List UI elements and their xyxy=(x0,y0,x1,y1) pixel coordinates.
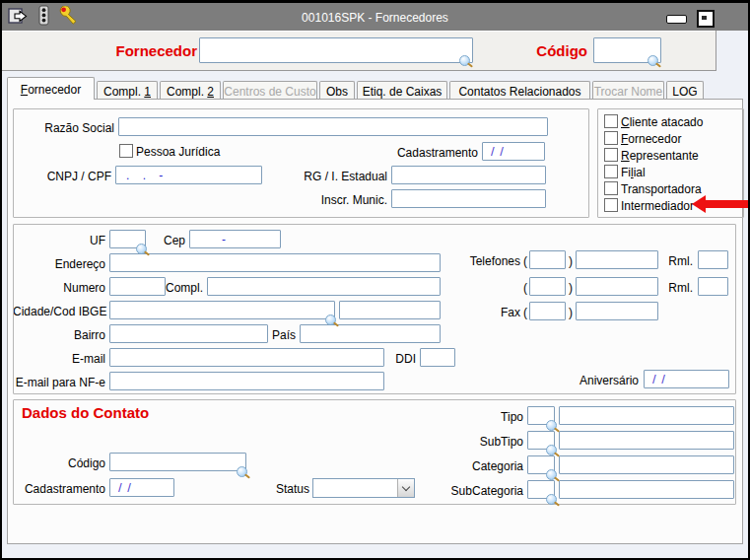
filial-label: Filial xyxy=(621,166,646,179)
tab-compl-1[interactable]: Compl. 1 xyxy=(97,81,158,99)
minimize-button[interactable] xyxy=(666,15,687,24)
fornecedor-lookup-magnifier-icon[interactable] xyxy=(459,55,470,66)
identification-groupbox xyxy=(13,108,589,218)
codigo-lookup-magnifier-icon[interactable] xyxy=(648,55,658,66)
categoria-lookup-magnifier-icon[interactable] xyxy=(546,469,557,480)
transportadora-checkbox[interactable] xyxy=(604,181,618,195)
filial-checkbox[interactable] xyxy=(604,165,618,178)
contato-codigo-lookup-magnifier-icon[interactable] xyxy=(237,466,247,477)
cliente-atacado-label: Cliente atacado xyxy=(621,115,703,129)
wrench-icon[interactable] xyxy=(59,6,79,25)
cliente-atacado-checkbox[interactable] xyxy=(604,114,618,128)
tab-log[interactable]: LOG xyxy=(666,81,704,99)
tab-etiq-de-caixas[interactable]: Etiq. de Caixas xyxy=(357,81,447,99)
maximize-button[interactable] xyxy=(697,10,715,28)
tab-obs[interactable]: Obs xyxy=(319,81,355,99)
window-title: 001016SPK - Fornecedores xyxy=(2,11,748,25)
cidade-lookup-magnifier-icon[interactable] xyxy=(325,315,336,325)
transportadora-label: Transportadora xyxy=(621,182,702,196)
title-bar: 001016SPK - Fornecedores xyxy=(2,3,748,31)
contato-groupbox xyxy=(13,399,736,505)
traffic-light-icon[interactable] xyxy=(37,5,50,26)
tab-centros-de-custo: Centros de Custo xyxy=(223,81,317,99)
intermediador-checkbox[interactable] xyxy=(604,198,618,212)
fornecedor-search-input[interactable] xyxy=(199,37,473,63)
uf-lookup-magnifier-icon[interactable] xyxy=(136,244,147,254)
fornecedor-checkbox[interactable] xyxy=(604,131,618,145)
subtipo-lookup-magnifier-icon[interactable] xyxy=(546,445,557,455)
app-window: 001016SPK - Fornecedores Fornecedor Códi… xyxy=(0,0,750,560)
tab-compl-2[interactable]: Compl. 2 xyxy=(160,81,221,99)
pessoa-juridica-checkbox[interactable] xyxy=(119,144,133,158)
tab-fornecedor[interactable]: Fornecedor xyxy=(7,77,95,100)
intermediador-label: Intermediador xyxy=(621,199,694,213)
representante-label: Representante xyxy=(621,149,699,163)
exit-icon[interactable] xyxy=(8,8,29,25)
codigo-search-label: Código xyxy=(522,42,587,59)
red-arrow-left-icon xyxy=(692,195,747,213)
representante-checkbox[interactable] xyxy=(604,148,618,162)
tab-trocar-nome: Trocar Nome xyxy=(592,81,664,99)
tipo-lookup-magnifier-icon[interactable] xyxy=(546,420,557,431)
subcategoria-lookup-magnifier-icon[interactable] xyxy=(546,494,557,505)
tab-contatos-relacionados[interactable]: Contatos Relacionados xyxy=(449,81,590,99)
address-groupbox xyxy=(13,224,736,394)
fornecedor-search-label: Fornecedor xyxy=(108,42,197,59)
fornecedor-flag-label: Fornecedor xyxy=(621,132,681,146)
